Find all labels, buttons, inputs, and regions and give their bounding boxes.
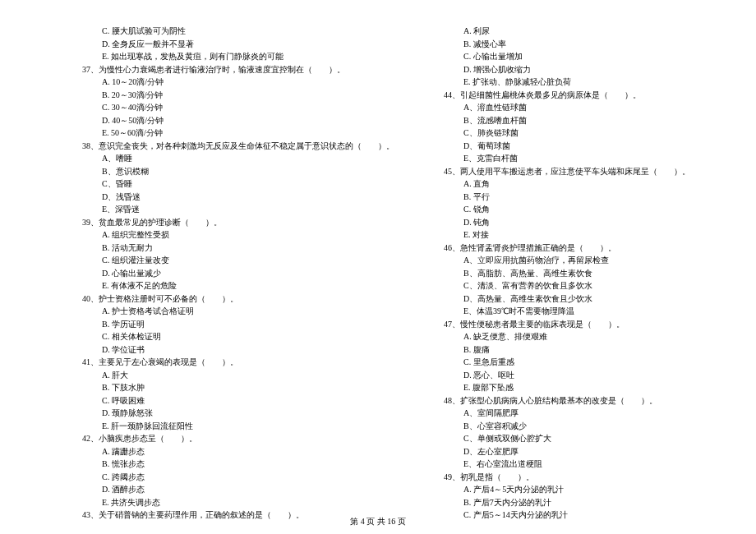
option-line: A、室间隔肥厚 [444,407,707,420]
question-line: 44、引起细菌性扁桃体炎最多见的病原体是（ ）。 [444,89,707,102]
option-line: E、体温39℃时不需要物理降温 [444,305,707,318]
option-line: C. 组织灌注量改变 [82,254,345,267]
question-line: 42、小脑疾患步态呈（ ）。 [82,432,345,445]
option-line: C. 里急后重感 [444,356,707,369]
option-line: B. 慌张步态 [82,458,345,471]
question-line: 45、两人使用平车搬运患者，应注意使平车头端和床尾呈（ ）。 [444,165,707,178]
option-line: C、肺炎链球菌 [444,127,707,140]
option-line: C. 跨阈步态 [82,471,345,484]
option-line: B. 活动无耐力 [82,242,345,255]
question-line: 49、初乳是指（ ）。 [444,471,707,484]
option-line: E、克雷白杆菌 [444,152,707,165]
question-line: 47、慢性便秘患者最主要的临床表现是（ ）。 [444,318,707,331]
option-line: D. 增强心肌收缩力 [444,63,707,76]
option-line: B、流感嗜血杆菌 [444,114,707,127]
option-line: C、清淡、富有营养的饮食且多饮水 [444,279,707,292]
option-line: E. 共济失调步态 [82,496,345,509]
option-line: A. 产后4～5天内分泌的乳汁 [444,483,707,496]
right-column: A. 利尿B. 减慢心率C. 心输出量增加D. 增强心肌收缩力E. 扩张动、静脉… [378,25,756,509]
option-line: D. 钝角 [444,216,707,229]
option-line: A、嗜睡 [82,152,345,165]
page-footer: 第 4 页 共 16 页 [0,516,756,527]
option-line: B. 学历证明 [82,318,345,331]
option-line: A. 10～20滴/分钟 [82,76,345,89]
option-line: B、高脂肪、高热量、高维生素饮食 [444,267,707,280]
page-columns: C. 腰大肌试验可为阴性D. 全身反应一般并不显著E. 如出现寒战，发热及黄疸，… [0,25,756,509]
option-line: A. 肝大 [82,369,345,382]
option-line: B、心室容积减少 [444,420,707,433]
option-line: D. 学位证书 [82,343,345,357]
option-line: E、深昏迷 [82,203,345,216]
option-line: C、单侧或双侧心腔扩大 [444,432,707,445]
option-line: D. 恶心、呕吐 [444,369,707,382]
question-line: 41、主要见于左心衰竭的表现是（ ）。 [82,356,345,369]
option-line: B. 平行 [444,191,707,204]
option-line: D、浅昏迷 [82,191,345,204]
option-line: B. 20～30滴/分钟 [82,89,345,102]
option-line: D. 全身反应一般并不显著 [82,38,345,51]
option-line: E. 50～60滴/分钟 [82,127,345,140]
option-line: C. 锐角 [444,203,707,216]
option-line: B. 产后7天内分泌的乳汁 [444,496,707,509]
option-line: C、昏睡 [82,177,345,191]
option-line: C. 腰大肌试验可为阴性 [82,25,345,38]
option-line: A. 组织完整性受损 [82,228,345,242]
question-line: 38、意识完全丧失，对各种刺激均无反应及生命体征不稳定属于意识状态的（ ）。 [82,140,345,153]
option-line: A、溶血性链球菌 [444,101,707,114]
option-line: D、葡萄球菌 [444,140,707,153]
option-line: D. 心输出量减少 [82,267,345,280]
option-line: D、高热量、高维生素饮食且少饮水 [444,292,707,306]
option-line: E. 腹部下坠感 [444,381,707,394]
question-line: 39、贫血最常见的护理诊断（ ）。 [82,216,345,229]
option-line: A. 蹒跚步态 [82,445,345,458]
option-line: A、立即应用抗菌药物治疗，再留尿检查 [444,254,707,267]
option-line: E. 肝一颈静脉回流征阳性 [82,420,345,433]
question-line: 37、为慢性心力衰竭患者进行输液治疗时，输液速度宜控制在（ ）。 [82,63,345,76]
option-line: D. 颈静脉怒张 [82,407,345,420]
option-line: D. 酒醉步态 [82,483,345,496]
option-line: D、左心室肥厚 [444,445,707,458]
option-line: E. 有体液不足的危险 [82,279,345,292]
option-line: E. 对接 [444,228,707,242]
option-line: B、意识模糊 [82,165,345,178]
option-line: C. 心输出量增加 [444,50,707,63]
option-line: A. 利尿 [444,25,707,38]
left-column: C. 腰大肌试验可为阴性D. 全身反应一般并不显著E. 如出现寒战，发热及黄疸，… [0,25,378,509]
option-line: B. 下肢水肿 [82,381,345,394]
option-line: A. 护士资格考试合格证明 [82,305,345,318]
question-line: 46、急性肾盂肾炎护理措施正确的是（ ）。 [444,242,707,255]
option-line: B. 减慢心率 [444,38,707,51]
option-line: D. 40～50滴/分钟 [82,114,345,127]
option-line: E. 扩张动、静脉减轻心脏负荷 [444,76,707,89]
option-line: C. 相关体检证明 [82,330,345,343]
option-line: C. 30～40滴/分钟 [82,101,345,114]
option-line: C. 呼吸困难 [82,394,345,407]
option-line: A. 直角 [444,177,707,191]
question-line: 48、扩张型心肌病病人心脏结构最基本的改变是（ ）。 [444,394,707,407]
option-line: A. 缺乏便意、排便艰难 [444,330,707,343]
option-line: E. 如出现寒战，发热及黄疸，则有门静脉炎的可能 [82,50,345,63]
option-line: E、右心室流出道梗阻 [444,458,707,471]
question-line: 40、护士资格注册时可不必备的（ ）。 [82,292,345,306]
option-line: B. 腹痛 [444,343,707,357]
